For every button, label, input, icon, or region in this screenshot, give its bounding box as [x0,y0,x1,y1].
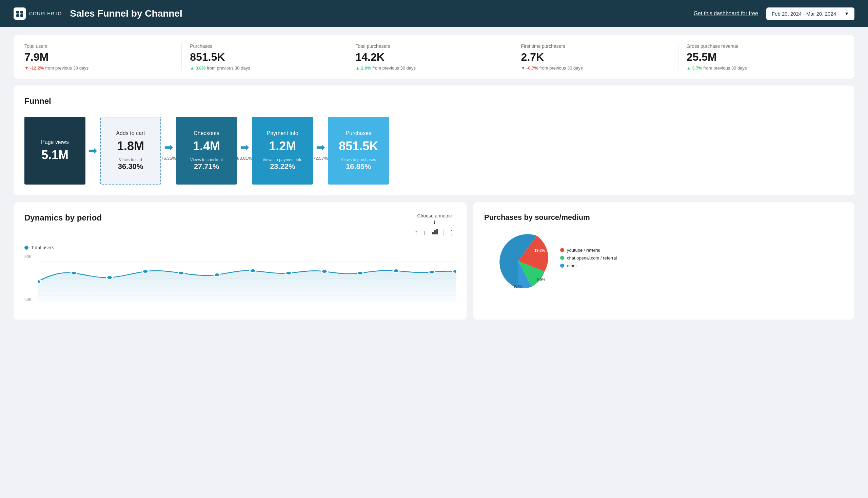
kpi-change: ▲ 3.7% from previous 30 days [686,65,836,70]
kpi-value: 25.5M [686,51,836,63]
dynamics-header: Dynamics by period Choose a metric ↓ ↑ ↓ [24,213,456,238]
pie-legend-label: chat.openai.com / referral [567,255,617,261]
funnel-sub-value: 16.85% [346,162,371,171]
funnel-between-0: ➡ [85,144,100,157]
chart-legend: Total users [24,245,456,250]
purchases-title: Purchases by source/medium [484,213,844,222]
funnel-step-label: Payment info [267,130,298,136]
svg-rect-1 [21,11,23,14]
funnel-step-2: Checkouts 1.4M Views to checkout 27.71% [176,117,237,185]
funnel-sub-label: Views to cart [119,157,142,162]
metric-more-button[interactable]: ⋮ [447,228,456,238]
svg-point-18 [321,270,328,273]
svg-point-11 [71,271,77,275]
svg-rect-6 [436,229,438,234]
chart-area: 80K 60K [24,254,456,309]
funnel-between-3: ➡72.57% [313,141,328,161]
svg-point-15 [214,273,220,276]
funnel-step-value: 1.2M [269,139,296,153]
header: COUPLER.IO Sales Funnel by Channel Get t… [0,0,868,27]
pie-legend-dot [560,256,564,260]
funnel-step-value: 1.4M [193,139,220,153]
chevron-down-icon: ▼ [844,11,849,16]
metric-chooser: Choose a metric ↓ ↑ ↓ | [413,213,456,238]
legend-label: Total users [31,245,54,250]
svg-text:9.7%: 9.7% [514,284,522,288]
dynamics-title: Dynamics by period [24,213,102,223]
svg-point-16 [250,269,256,272]
chart-y-labels: 80K 60K [24,254,31,302]
funnel-between-1: ➡76.35% [161,141,176,161]
svg-rect-0 [16,11,19,14]
svg-point-19 [357,271,363,275]
funnel-sub-label: Views to checkout [190,157,223,162]
svg-point-12 [106,276,112,279]
kpi-card-2: Total purchasers 14.2K ▲ 2.0% from previ… [347,43,513,70]
svg-rect-2 [16,14,19,17]
kpi-label: First time purchasers [521,43,670,49]
metric-up-button[interactable]: ↑ [413,228,419,237]
funnel-arrow-icon: ➡ [240,141,249,154]
funnel-step-value: 5.1M [41,148,68,162]
dynamics-section: Dynamics by period Choose a metric ↓ ↑ ↓ [14,202,467,319]
pie-legend-item-0: youtube / referral [560,248,617,253]
svg-text:19.8%: 19.8% [534,248,545,252]
legend-dot [24,246,28,250]
svg-rect-5 [434,230,436,234]
funnel-step-label: Purchases [346,130,371,136]
funnel-sub-value: 36.30% [118,162,144,171]
funnel-step-value: 1.8M [117,139,144,153]
logo: COUPLER.IO [14,8,62,20]
funnel-step-label: Adds to cart [116,130,145,136]
purchases-section: Purchases by source/medium 19.8% [473,202,854,319]
svg-point-17 [285,271,292,275]
kpi-label: Gross purchase revenue [686,43,836,49]
pie-legend-item-1: chat.openai.com / referral [560,255,617,261]
pie-legend: youtube / referral chat.openai.com / ref… [560,248,617,268]
kpi-card-1: Purchases 851.5K ▲ 3.8% from previous 30… [182,43,347,70]
kpi-change: ▼ -12.2% from previous 30 days [24,65,173,70]
funnel-between-pct: 83.81% [237,156,252,161]
funnel-title: Funnel [24,96,844,106]
funnel-step-value: 851.5K [339,139,378,153]
funnel-arrow-icon: ➡ [88,144,97,157]
date-range-selector[interactable]: Feb 20, 2024 - Mar 20, 2024 ▼ [766,8,854,20]
funnel-between-pct: 76.35% [161,156,176,161]
svg-rect-4 [432,232,434,234]
kpi-section: Total users 7.9M ▼ -12.2% from previous … [14,35,854,79]
kpi-label: Purchases [190,43,339,49]
pie-legend-label: other [567,263,577,268]
svg-text:9.9%: 9.9% [537,277,545,281]
metric-chart-button[interactable] [430,227,440,238]
svg-point-22 [453,270,456,273]
funnel-step-1: Adds to cart 1.8M Views to cart 36.30% [100,117,161,185]
funnel-section: Funnel Page views 5.1M ➡ Adds to cart 1.… [14,86,854,195]
choose-metric-label: Choose a metric [413,213,456,219]
kpi-change: ▲ 2.0% from previous 30 days [355,65,504,70]
page-title: Sales Funnel by Channel [70,8,182,19]
svg-rect-3 [21,14,23,17]
funnel-between-2: ➡83.81% [237,141,252,161]
metric-controls: ↑ ↓ | ⋮ [413,227,456,238]
kpi-value: 2.7K [521,51,670,63]
choose-metric-arrow-icon: ↓ [413,219,456,226]
content: Total users 7.9M ▼ -12.2% from previous … [0,27,868,328]
y-label-80k: 80K [24,254,31,259]
pie-legend-dot [560,264,564,268]
funnel-container: Page views 5.1M ➡ Adds to cart 1.8M View… [24,117,844,185]
pie-chart-svg: 19.8% 9.9% 9.7% [484,227,552,288]
kpi-card-4: Gross purchase revenue 25.5M ▲ 3.7% from… [679,43,844,70]
kpi-label: Total users [24,43,173,49]
svg-point-21 [429,270,435,274]
get-dashboard-link[interactable]: Get this dashboard for free [694,11,758,17]
kpi-change: ▲ 3.8% from previous 30 days [190,65,339,70]
funnel-sub-label: Views to payment info [263,157,303,162]
kpi-card-0: Total users 7.9M ▼ -12.2% from previous … [24,43,182,70]
metric-divider: | [442,228,444,236]
metric-down-button[interactable]: ↓ [422,228,428,237]
svg-point-20 [393,269,399,272]
kpi-change: ▼ -0.7% from previous 30 days [521,65,670,70]
funnel-sub-label: Views to purchases [341,157,376,162]
y-label-60k: 60K [24,297,31,302]
kpi-card-3: First time purchasers 2.7K ▼ -0.7% from … [513,43,679,70]
